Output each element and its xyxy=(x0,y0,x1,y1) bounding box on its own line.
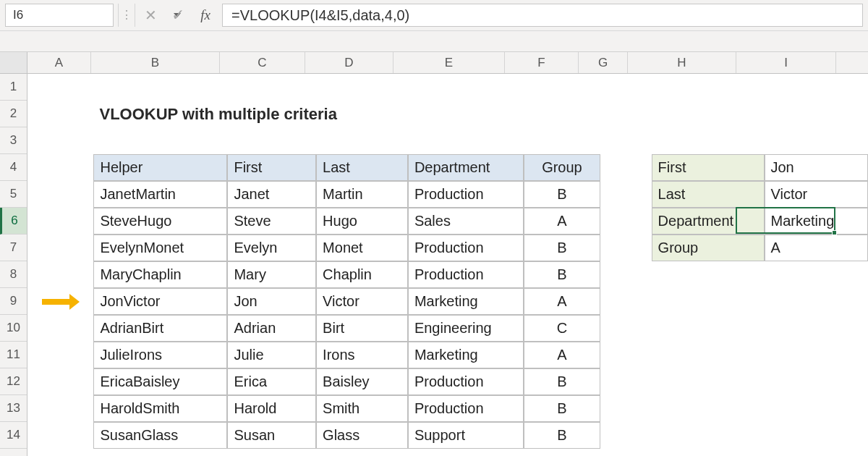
cell-D8[interactable]: Chaplin xyxy=(316,261,408,288)
cell-G7[interactable] xyxy=(600,235,652,261)
cancel-icon[interactable]: ✕ xyxy=(137,0,164,30)
cell-E7[interactable]: Production xyxy=(408,235,524,261)
column-header-E[interactable]: E xyxy=(393,52,505,73)
cell-D9[interactable]: Victor xyxy=(316,288,408,315)
cell-E13[interactable]: Production xyxy=(408,395,524,422)
column-header-G[interactable]: G xyxy=(579,52,628,73)
cell-H7[interactable]: Group xyxy=(652,235,765,261)
column-header-B[interactable]: B xyxy=(91,52,220,73)
cell-A8[interactable] xyxy=(27,261,93,288)
cell-A7[interactable] xyxy=(27,235,93,261)
cell-F4[interactable]: Group xyxy=(524,154,600,181)
cell-B2[interactable]: VLOOKUP with multiple criteria xyxy=(93,101,600,127)
cell-G1[interactable] xyxy=(600,74,652,101)
cell-I5[interactable]: Victor xyxy=(765,181,869,208)
cell-H11[interactable] xyxy=(652,342,765,368)
cell-F6[interactable]: A xyxy=(524,208,600,235)
cell-H14[interactable] xyxy=(652,422,765,449)
cell-E12[interactable]: Production xyxy=(408,368,524,395)
cell-A1[interactable] xyxy=(27,74,93,101)
cell-F13[interactable]: B xyxy=(524,395,600,422)
cell-H6[interactable]: Department xyxy=(652,208,765,235)
cell-I12[interactable] xyxy=(765,368,869,395)
cell-H5[interactable]: Last xyxy=(652,181,765,208)
cell-C7[interactable]: Evelyn xyxy=(227,235,316,261)
cell-I6[interactable]: Marketing xyxy=(765,208,869,235)
cell-B8[interactable]: MaryChaplin xyxy=(93,261,227,288)
cell-D7[interactable]: Monet xyxy=(316,235,408,261)
cell-C13[interactable]: Harold xyxy=(227,395,316,422)
cell-E14[interactable]: Support xyxy=(408,422,524,449)
cell-H8[interactable] xyxy=(652,261,765,288)
cell-F10[interactable]: C xyxy=(524,315,600,342)
cell-F1[interactable] xyxy=(524,74,600,101)
fx-icon[interactable]: fx xyxy=(192,0,219,30)
row-header-6[interactable]: 6 xyxy=(0,208,27,235)
cell-A4[interactable] xyxy=(27,154,93,181)
cell-D10[interactable]: Birt xyxy=(316,315,408,342)
row-header-5[interactable]: 5 xyxy=(0,181,27,208)
cell-E6[interactable]: Sales xyxy=(408,208,524,235)
cell-B5[interactable]: JanetMartin xyxy=(93,181,227,208)
enter-icon[interactable]: ✓ xyxy=(164,0,192,30)
cell-F11[interactable]: A xyxy=(524,342,600,368)
cell-I2[interactable] xyxy=(765,101,869,127)
cell-B4[interactable]: Helper xyxy=(93,154,227,181)
cell-H9[interactable] xyxy=(652,288,765,315)
cells-area[interactable]: VLOOKUP with multiple criteriaHelperFirs… xyxy=(27,74,868,456)
cell-F3[interactable] xyxy=(524,127,600,154)
cell-F8[interactable]: B xyxy=(524,261,600,288)
cell-D1[interactable] xyxy=(316,74,408,101)
cell-H2[interactable] xyxy=(652,101,765,127)
cell-F7[interactable]: B xyxy=(524,235,600,261)
cell-G13[interactable] xyxy=(600,395,652,422)
cell-C14[interactable]: Susan xyxy=(227,422,316,449)
row-header-11[interactable]: 11 xyxy=(0,342,27,368)
cell-D14[interactable]: Glass xyxy=(316,422,408,449)
cell-D5[interactable]: Martin xyxy=(316,181,408,208)
cell-A3[interactable] xyxy=(27,127,93,154)
cell-I7[interactable]: A xyxy=(765,235,869,261)
row-header-9[interactable]: 9 xyxy=(0,288,27,315)
cell-F12[interactable]: B xyxy=(524,368,600,395)
cell-A14[interactable] xyxy=(27,422,93,449)
cell-G4[interactable] xyxy=(600,154,652,181)
more-icon[interactable]: ⋮ xyxy=(120,0,133,30)
column-header-D[interactable]: D xyxy=(305,52,393,73)
cell-E11[interactable]: Marketing xyxy=(408,342,524,368)
cell-G3[interactable] xyxy=(600,127,652,154)
cell-H3[interactable] xyxy=(652,127,765,154)
row-header-14[interactable]: 14 xyxy=(0,422,27,449)
spreadsheet-grid[interactable]: ABCDEFGHI 1234567891011121314 VLOOKUP wi… xyxy=(0,52,868,456)
row-header-13[interactable]: 13 xyxy=(0,395,27,422)
cell-B11[interactable]: JulieIrons xyxy=(93,342,227,368)
cell-G2[interactable] xyxy=(600,101,652,127)
cell-A13[interactable] xyxy=(27,395,93,422)
cell-E5[interactable]: Production xyxy=(408,181,524,208)
row-header-7[interactable]: 7 xyxy=(0,235,27,261)
row-header-4[interactable]: 4 xyxy=(0,154,27,181)
select-all-corner[interactable] xyxy=(0,52,27,73)
column-header-I[interactable]: I xyxy=(736,52,836,73)
cell-G12[interactable] xyxy=(600,368,652,395)
cell-B14[interactable]: SusanGlass xyxy=(93,422,227,449)
cell-B10[interactable]: AdrianBirt xyxy=(93,315,227,342)
cell-C11[interactable]: Julie xyxy=(227,342,316,368)
cell-F5[interactable]: B xyxy=(524,181,600,208)
cell-I1[interactable] xyxy=(765,74,869,101)
cell-E4[interactable]: Department xyxy=(408,154,524,181)
name-box[interactable] xyxy=(5,4,114,27)
column-header-F[interactable]: F xyxy=(505,52,579,73)
cell-I4[interactable]: Jon xyxy=(765,154,869,181)
cell-I10[interactable] xyxy=(765,315,869,342)
cell-C12[interactable]: Erica xyxy=(227,368,316,395)
cell-H10[interactable] xyxy=(652,315,765,342)
cell-C5[interactable]: Janet xyxy=(227,181,316,208)
cell-B12[interactable]: EricaBaisley xyxy=(93,368,227,395)
cell-A2[interactable] xyxy=(27,101,93,127)
cell-E9[interactable]: Marketing xyxy=(408,288,524,315)
cell-D3[interactable] xyxy=(316,127,408,154)
cell-D6[interactable]: Hugo xyxy=(316,208,408,235)
cell-D11[interactable]: Irons xyxy=(316,342,408,368)
cell-A9[interactable] xyxy=(27,288,93,315)
